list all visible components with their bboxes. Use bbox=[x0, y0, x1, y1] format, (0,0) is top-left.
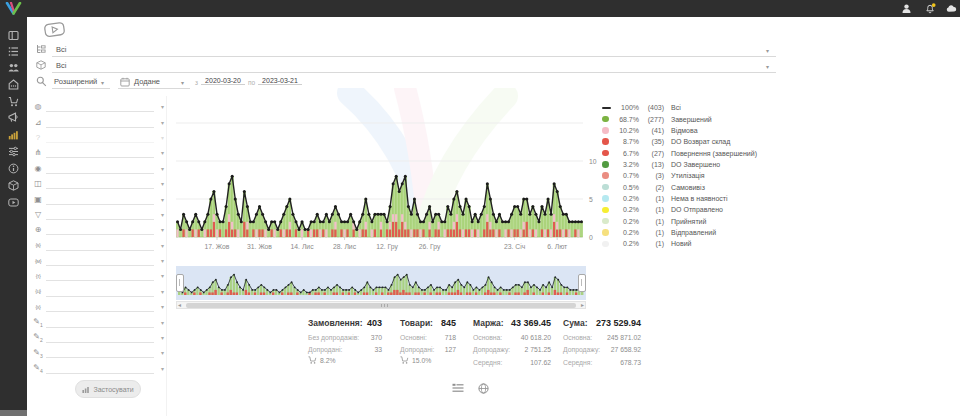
filter-row-sitemap[interactable]: ⋔▾ bbox=[30, 145, 164, 160]
legend-item[interactable]: 10.2%(41)Відмова bbox=[602, 125, 780, 136]
sidebar-footer[interactable] bbox=[0, 410, 27, 416]
var-c-caret-icon[interactable]: ▾ bbox=[154, 288, 164, 295]
scroll-right-icon[interactable]: ▸ bbox=[581, 302, 584, 309]
category-caret-icon[interactable]: ▾ bbox=[766, 47, 769, 54]
filter-row-var-c[interactable]: {ц}▾ bbox=[30, 284, 164, 299]
search-mode-caret-icon[interactable]: ▾ bbox=[101, 79, 104, 86]
legend-item[interactable]: 3.2%(13)DO Завершено bbox=[602, 159, 780, 170]
var-m-caret-icon[interactable]: ▾ bbox=[154, 257, 164, 264]
globe-grid-caret-icon[interactable]: ▾ bbox=[154, 226, 164, 233]
legend-item[interactable]: 0.2%(1)Нема в наявності bbox=[602, 193, 780, 204]
ruler-caret-icon[interactable]: ▾ bbox=[154, 119, 164, 126]
pencil-3-caret-icon[interactable]: ▾ bbox=[154, 349, 164, 356]
ruler-filter-input[interactable] bbox=[46, 117, 154, 128]
date-from-input[interactable]: 2020-03-20 bbox=[201, 77, 245, 85]
var-s-caret-icon[interactable]: ▾ bbox=[154, 242, 164, 249]
pencil-2-filter-input[interactable] bbox=[46, 332, 154, 343]
sidebar-item-video[interactable] bbox=[8, 197, 19, 208]
var-x-filter-input[interactable] bbox=[46, 301, 154, 312]
cube-caret-icon[interactable]: ▾ bbox=[154, 180, 164, 187]
filter-row-globe-grid[interactable]: ⊕▾ bbox=[30, 222, 164, 237]
filter-row-ruler[interactable]: ⊿▾ bbox=[30, 114, 164, 129]
cube-filter-input[interactable] bbox=[46, 178, 154, 189]
notifications-icon[interactable] bbox=[925, 3, 936, 14]
date-to-input[interactable]: 2023-03-21 bbox=[258, 77, 302, 85]
date-field-select[interactable]: Додане bbox=[134, 77, 160, 86]
var-m-filter-input[interactable] bbox=[46, 255, 154, 266]
filter-row-fingerprint[interactable]: ◉▾ bbox=[30, 161, 164, 176]
filter-row-var-m[interactable]: {м}▾ bbox=[30, 253, 164, 268]
date-field-caret-icon[interactable]: ▾ bbox=[181, 79, 184, 86]
apply-button[interactable]: Застосувати bbox=[75, 380, 141, 398]
filter-row-var-x[interactable]: {х}▾ bbox=[30, 299, 164, 314]
scroll-left-icon[interactable]: ◂ bbox=[178, 302, 181, 309]
pencil-3-filter-input[interactable] bbox=[46, 347, 154, 358]
sidebar-item-orders[interactable] bbox=[8, 46, 19, 57]
filter-row-var-s[interactable]: {s}▾ bbox=[30, 238, 164, 253]
filter-row-cube[interactable]: ◫▾ bbox=[30, 176, 164, 191]
sidebar-item-settings[interactable] bbox=[8, 146, 19, 157]
var-t-caret-icon[interactable]: ▾ bbox=[154, 272, 164, 279]
var-c-filter-input[interactable] bbox=[46, 286, 154, 297]
list-view-icon[interactable] bbox=[452, 383, 464, 393]
money-filter-input[interactable] bbox=[46, 194, 154, 205]
navigator-right-handle[interactable] bbox=[578, 274, 586, 292]
legend-item[interactable]: 8.7%(35)DO Возврат склад bbox=[602, 136, 780, 147]
pencil-4-filter-input[interactable] bbox=[46, 363, 154, 374]
fingerprint-filter-input[interactable] bbox=[46, 163, 154, 174]
legend-item[interactable]: 0.2%(1)Прийнятий bbox=[602, 215, 780, 226]
pencil-2-caret-icon[interactable]: ▾ bbox=[154, 334, 164, 341]
var-s-filter-input[interactable] bbox=[46, 240, 154, 251]
var-t-filter-input[interactable] bbox=[46, 270, 154, 281]
cloud-icon[interactable] bbox=[946, 3, 957, 14]
product-filter-value[interactable]: Всі bbox=[56, 61, 66, 70]
var-x-caret-icon[interactable]: ▾ bbox=[154, 303, 164, 310]
video-tour-icon[interactable] bbox=[43, 21, 67, 39]
pencil-4-caret-icon[interactable]: ▾ bbox=[154, 365, 164, 372]
sidebar-item-customers[interactable] bbox=[8, 62, 19, 73]
legend-item[interactable]: 100%(403)Всі bbox=[602, 102, 780, 113]
category-filter-input[interactable] bbox=[52, 56, 776, 57]
sitemap-caret-icon[interactable]: ▾ bbox=[154, 149, 164, 156]
sidebar-item-analytics[interactable] bbox=[8, 129, 19, 140]
funnel-caret-icon[interactable]: ▾ bbox=[154, 211, 164, 218]
sidebar-item-purchases[interactable] bbox=[8, 96, 19, 107]
chart-navigator[interactable] bbox=[176, 266, 586, 300]
globe-view-icon[interactable] bbox=[478, 383, 489, 394]
navigator-left-handle[interactable] bbox=[176, 274, 184, 292]
chart-scrollbar[interactable]: ◂ ▸ bbox=[176, 301, 586, 309]
filter-row-money[interactable]: ▣▾ bbox=[30, 191, 164, 206]
scrollbar-thumb[interactable] bbox=[186, 303, 576, 308]
product-filter-input[interactable] bbox=[52, 72, 776, 73]
funnel-filter-input[interactable] bbox=[46, 209, 154, 220]
theme-icon[interactable] bbox=[901, 3, 912, 14]
filter-row-var-t[interactable]: {т}▾ bbox=[30, 268, 164, 283]
globe-filter-input[interactable] bbox=[46, 101, 154, 112]
legend-item[interactable]: 0.2%(1)DO Отправлено bbox=[602, 204, 780, 215]
legend-item[interactable]: 0.2%(1)Відправлений bbox=[602, 227, 780, 238]
filter-row-globe[interactable]: ◍▾ bbox=[30, 99, 164, 114]
globe-caret-icon[interactable]: ▾ bbox=[154, 103, 164, 110]
search-mode-select[interactable]: Розширений bbox=[54, 77, 97, 86]
globe-grid-filter-input[interactable] bbox=[46, 224, 154, 235]
sidebar-item-marketing[interactable] bbox=[8, 112, 19, 123]
sitemap-filter-input[interactable] bbox=[46, 147, 154, 158]
filter-row-funnel[interactable]: ▽▾ bbox=[30, 207, 164, 222]
pencil-1-filter-input[interactable] bbox=[46, 317, 154, 328]
fingerprint-caret-icon[interactable]: ▾ bbox=[154, 165, 164, 172]
legend-item[interactable]: 0.7%(3)Утилізація bbox=[602, 170, 780, 181]
legend-item[interactable]: 0.2%(1)Новий bbox=[602, 238, 780, 249]
sidebar-item-dashboard[interactable] bbox=[8, 30, 19, 41]
filter-row-pencil-2[interactable]: ✎2▾ bbox=[30, 330, 164, 345]
money-caret-icon[interactable]: ▾ bbox=[154, 196, 164, 203]
filter-row-pencil-4[interactable]: ✎4▾ bbox=[30, 361, 164, 376]
filter-row-pencil-1[interactable]: ✎1▾ bbox=[30, 314, 164, 329]
filter-row-pencil-3[interactable]: ✎3▾ bbox=[30, 345, 164, 360]
pencil-1-caret-icon[interactable]: ▾ bbox=[154, 319, 164, 326]
legend-item[interactable]: 68.7%(277)Завершений bbox=[602, 113, 780, 124]
category-filter-value[interactable]: Всі bbox=[56, 45, 66, 54]
sidebar-item-info[interactable] bbox=[8, 163, 19, 174]
product-caret-icon[interactable]: ▾ bbox=[766, 63, 769, 70]
sidebar-item-products[interactable] bbox=[8, 180, 19, 191]
legend-item[interactable]: 6.7%(27)Повернення (завершений) bbox=[602, 147, 780, 158]
